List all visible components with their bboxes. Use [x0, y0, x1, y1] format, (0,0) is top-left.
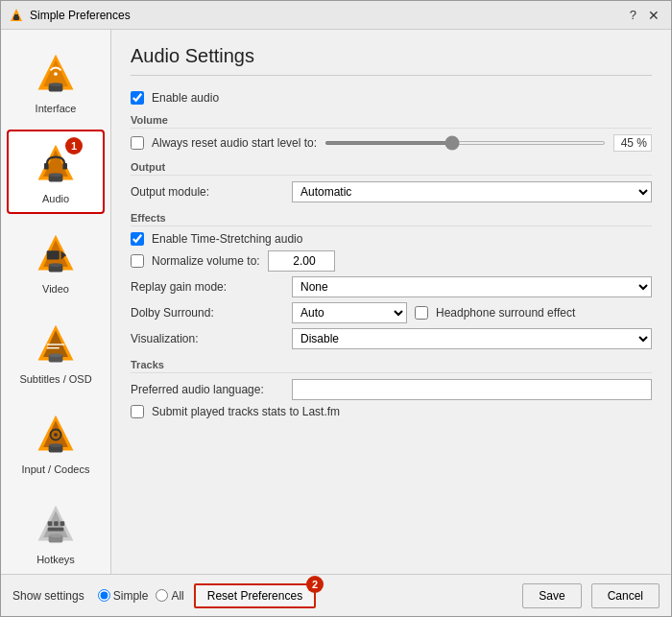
settings-mode-radio-group: Simple All — [98, 589, 184, 603]
preferred-lang-input[interactable] — [292, 379, 652, 400]
dolby-dropdown[interactable]: Auto On Off — [292, 302, 407, 323]
volume-value: 45 % — [613, 134, 652, 152]
simple-radio-label[interactable]: Simple — [98, 589, 149, 603]
svg-point-7 — [54, 72, 58, 76]
sidebar-label-input: Input / Codecs — [22, 463, 90, 475]
tracks-section-label: Tracks — [131, 359, 652, 373]
svg-point-29 — [49, 443, 63, 447]
svg-rect-12 — [44, 163, 49, 169]
time-stretch-label[interactable]: Enable Time-Stretching audio — [152, 232, 302, 246]
dolby-row: Dolby Surround: Auto On Off Headphone su… — [131, 302, 652, 323]
sidebar-item-hotkeys[interactable]: Hotkeys — [7, 490, 105, 574]
svg-point-35 — [49, 534, 63, 537]
visualization-label: Visualization: — [131, 332, 284, 345]
sidebar-label-subtitles: Subtitles / OSD — [19, 373, 91, 385]
replay-gain-label: Replay gain mode: — [131, 280, 284, 294]
svg-point-17 — [49, 263, 63, 267]
sidebar-label-video: Video — [42, 283, 69, 295]
help-button[interactable]: ? — [630, 8, 636, 22]
visualization-row: Visualization: Disable Spectrum analyzer… — [131, 328, 652, 349]
always-reset-row: Always reset audio start level to: 45 % — [131, 134, 652, 152]
preferred-lang-label: Preferred audio language: — [131, 383, 284, 396]
sidebar-item-audio[interactable]: 1 Audio — [7, 130, 105, 214]
svg-point-11 — [49, 173, 63, 177]
panel-title: Audio Settings — [131, 45, 652, 76]
lastfm-label[interactable]: Submit played tracks stats to Last.fm — [152, 405, 340, 418]
time-stretch-row: Enable Time-Stretching audio — [131, 232, 652, 246]
preferred-lang-row: Preferred audio language: — [131, 379, 652, 400]
normalize-checkbox[interactable] — [131, 254, 144, 268]
replay-gain-dropdown[interactable]: None Track Album — [292, 276, 652, 297]
sidebar: Interface 1 Audi — [1, 30, 111, 574]
svg-rect-37 — [54, 521, 59, 526]
window: Simple Preferences ? ✕ Interfac — [0, 0, 672, 617]
all-radio-label[interactable]: All — [156, 589, 183, 603]
svg-point-31 — [54, 433, 58, 437]
sidebar-item-input[interactable]: Input / Codecs — [7, 400, 105, 485]
interface-icon — [31, 49, 81, 99]
close-button[interactable]: ✕ — [644, 6, 663, 25]
save-button[interactable]: Save — [522, 583, 581, 608]
volume-slider-container: 45 % — [324, 134, 652, 152]
audio-badge: 1 — [65, 137, 83, 154]
svg-rect-38 — [60, 521, 65, 526]
dolby-label: Dolby Surround: — [131, 306, 284, 320]
reset-badge: 2 — [306, 576, 324, 593]
svg-rect-18 — [47, 250, 60, 259]
enable-audio-label[interactable]: Enable audio — [152, 91, 219, 105]
lastfm-row: Submit played tracks stats to Last.fm — [131, 405, 652, 418]
video-icon — [31, 229, 81, 279]
simple-radio[interactable] — [98, 589, 110, 602]
all-radio[interactable] — [156, 589, 168, 602]
sidebar-label-hotkeys: Hotkeys — [36, 554, 75, 565]
svg-rect-36 — [48, 521, 53, 526]
headphone-label[interactable]: Headphone surround effect — [436, 306, 575, 320]
show-settings-label: Show settings — [12, 589, 84, 603]
svg-rect-39 — [48, 528, 64, 532]
svg-rect-13 — [62, 163, 67, 169]
output-module-label: Output module: — [131, 185, 284, 199]
output-module-row: Output module: Automatic Default DirectX… — [131, 181, 652, 202]
reset-preferences-button[interactable]: Reset Preferences 2 — [194, 583, 316, 608]
sidebar-item-subtitles[interactable]: Subtitles / OSD — [7, 310, 105, 394]
normalize-label[interactable]: Normalize volume to: — [152, 254, 260, 268]
volume-section-label: Volume — [131, 114, 652, 129]
svg-point-23 — [49, 353, 63, 357]
cancel-button[interactable]: Cancel — [591, 583, 660, 608]
bottom-bar: Show settings Simple All Reset Preferenc… — [1, 574, 671, 616]
subtitles-icon — [31, 320, 81, 369]
normalize-spinbox[interactable] — [268, 250, 335, 272]
time-stretch-checkbox[interactable] — [131, 232, 144, 246]
window-title: Simple Preferences — [30, 9, 630, 22]
sidebar-label-audio: Audio — [42, 193, 69, 204]
output-section-label: Output — [131, 161, 652, 176]
lastfm-checkbox[interactable] — [131, 405, 144, 418]
sidebar-label-interface: Interface — [36, 103, 77, 114]
volume-slider[interactable] — [324, 141, 606, 145]
title-bar: Simple Preferences ? ✕ — [1, 1, 671, 30]
output-module-dropdown[interactable]: Automatic Default DirectX WinMM — [292, 181, 652, 202]
always-reset-checkbox[interactable] — [131, 136, 144, 150]
headphone-checkbox[interactable] — [415, 306, 428, 320]
svg-rect-2 — [14, 14, 18, 17]
always-reset-label[interactable]: Always reset audio start level to: — [152, 136, 317, 150]
input-icon — [31, 410, 81, 460]
effects-section-label: Effects — [131, 212, 652, 226]
visualization-dropdown[interactable]: Disable Spectrum analyzer Scope VU Meter… — [292, 328, 652, 349]
all-label: All — [171, 589, 183, 603]
svg-point-6 — [49, 83, 63, 86]
sidebar-item-interface[interactable]: Interface — [7, 39, 105, 124]
enable-audio-row: Enable audio — [131, 91, 652, 105]
vlc-logo-icon — [9, 8, 24, 23]
simple-label: Simple — [113, 589, 149, 603]
hotkeys-icon — [31, 500, 81, 550]
content-area: Interface 1 Audi — [1, 30, 671, 574]
normalize-row: Normalize volume to: — [131, 250, 652, 272]
replay-gain-row: Replay gain mode: None Track Album — [131, 276, 652, 297]
sidebar-item-video[interactable]: Video — [7, 220, 105, 304]
audio-icon: 1 — [31, 139, 81, 189]
main-panel: Audio Settings Enable audio Volume Alway… — [111, 30, 671, 574]
enable-audio-checkbox[interactable] — [131, 91, 144, 105]
